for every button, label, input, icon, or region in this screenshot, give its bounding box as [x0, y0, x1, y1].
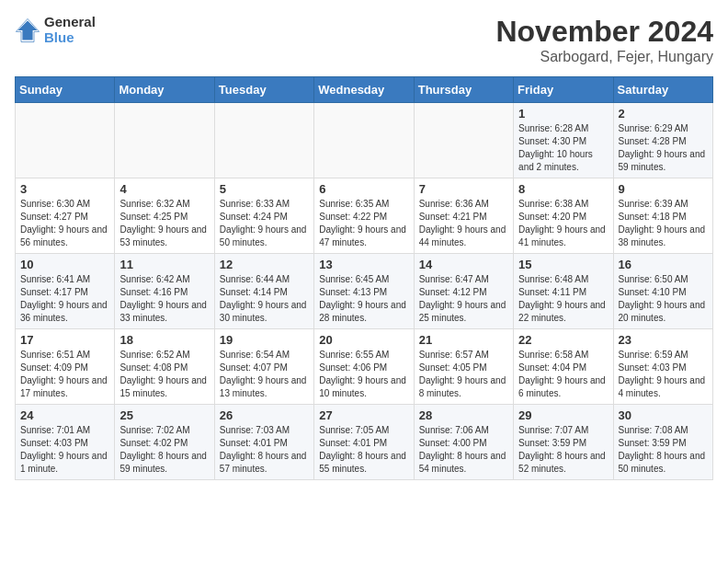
day-info: Sunrise: 6:58 AMSunset: 4:04 PMDaylight:…: [518, 349, 608, 400]
day-number: 24: [20, 408, 109, 422]
day-cell: 15Sunrise: 6:48 AMSunset: 4:11 PMDayligh…: [514, 254, 613, 329]
logo-icon: [15, 17, 40, 43]
day-number: 25: [119, 408, 209, 422]
day-info: Sunrise: 7:05 AMSunset: 4:01 PMDaylight:…: [319, 424, 408, 476]
day-info: Sunrise: 7:08 AMSunset: 3:59 PMDaylight:…: [619, 424, 708, 476]
day-info: Sunrise: 6:36 AMSunset: 4:21 PMDaylight:…: [419, 198, 508, 249]
location-title: Sarbogard, Fejer, Hungary: [495, 49, 713, 65]
day-cell: 10Sunrise: 6:41 AMSunset: 4:17 PMDayligh…: [16, 254, 115, 329]
day-cell: 24Sunrise: 7:01 AMSunset: 4:03 PMDayligh…: [16, 405, 115, 480]
day-number: 7: [419, 182, 508, 196]
day-info: Sunrise: 7:01 AMSunset: 4:03 PMDaylight:…: [20, 424, 109, 476]
day-cell: 21Sunrise: 6:57 AMSunset: 4:05 PMDayligh…: [414, 329, 513, 405]
day-number: 14: [419, 258, 508, 271]
day-cell: 23Sunrise: 6:59 AMSunset: 4:03 PMDayligh…: [613, 329, 712, 405]
week-row-5: 24Sunrise: 7:01 AMSunset: 4:03 PMDayligh…: [16, 405, 713, 480]
day-cell: [314, 103, 414, 178]
day-cell: 7Sunrise: 6:36 AMSunset: 4:21 PMDaylight…: [414, 178, 513, 254]
day-number: 6: [319, 182, 408, 196]
day-cell: 25Sunrise: 7:02 AMSunset: 4:02 PMDayligh…: [115, 405, 214, 480]
header-monday: Monday: [115, 77, 214, 103]
day-number: 20: [319, 333, 408, 347]
day-info: Sunrise: 7:06 AMSunset: 4:00 PMDaylight:…: [419, 424, 508, 476]
day-cell: 8Sunrise: 6:38 AMSunset: 4:20 PMDaylight…: [514, 178, 613, 254]
day-number: 10: [20, 258, 109, 271]
day-cell: 12Sunrise: 6:44 AMSunset: 4:14 PMDayligh…: [214, 254, 313, 329]
day-number: 16: [619, 258, 708, 271]
week-row-3: 10Sunrise: 6:41 AMSunset: 4:17 PMDayligh…: [16, 254, 713, 329]
day-info: Sunrise: 6:44 AMSunset: 4:14 PMDaylight:…: [220, 273, 309, 325]
day-cell: 5Sunrise: 6:33 AMSunset: 4:24 PMDaylight…: [214, 178, 313, 254]
day-cell: [414, 103, 513, 178]
day-info: Sunrise: 6:41 AMSunset: 4:17 PMDaylight:…: [20, 273, 109, 325]
day-number: 18: [119, 333, 209, 347]
day-number: 5: [220, 182, 309, 196]
header-row: SundayMondayTuesdayWednesdayThursdayFrid…: [16, 77, 713, 103]
day-number: 19: [220, 333, 309, 347]
day-info: Sunrise: 6:28 AMSunset: 4:30 PMDaylight:…: [518, 122, 608, 174]
page-header: General Blue November 2024 Sarbogard, Fe…: [15, 15, 713, 65]
day-info: Sunrise: 6:29 AMSunset: 4:28 PMDaylight:…: [619, 122, 708, 174]
day-cell: 17Sunrise: 6:51 AMSunset: 4:09 PMDayligh…: [16, 329, 115, 405]
day-info: Sunrise: 6:33 AMSunset: 4:24 PMDaylight:…: [220, 198, 309, 249]
day-info: Sunrise: 6:47 AMSunset: 4:12 PMDaylight:…: [419, 273, 508, 325]
day-info: Sunrise: 6:35 AMSunset: 4:22 PMDaylight:…: [319, 198, 408, 249]
day-number: 26: [220, 408, 309, 422]
day-cell: 14Sunrise: 6:47 AMSunset: 4:12 PMDayligh…: [414, 254, 513, 329]
day-cell: [115, 103, 214, 178]
week-row-1: 1Sunrise: 6:28 AMSunset: 4:30 PMDaylight…: [16, 103, 713, 178]
day-number: 21: [419, 333, 508, 347]
day-info: Sunrise: 6:57 AMSunset: 4:05 PMDaylight:…: [419, 349, 508, 400]
day-number: 15: [518, 258, 608, 271]
logo-blue: Blue: [44, 30, 96, 46]
day-cell: 19Sunrise: 6:54 AMSunset: 4:07 PMDayligh…: [214, 329, 313, 405]
day-cell: 22Sunrise: 6:58 AMSunset: 4:04 PMDayligh…: [514, 329, 613, 405]
day-info: Sunrise: 6:45 AMSunset: 4:13 PMDaylight:…: [319, 273, 408, 325]
day-cell: 4Sunrise: 6:32 AMSunset: 4:25 PMDaylight…: [115, 178, 214, 254]
day-cell: 1Sunrise: 6:28 AMSunset: 4:30 PMDaylight…: [514, 103, 613, 178]
day-cell: 26Sunrise: 7:03 AMSunset: 4:01 PMDayligh…: [214, 405, 313, 480]
day-number: 11: [119, 258, 209, 271]
day-info: Sunrise: 7:07 AMSunset: 3:59 PMDaylight:…: [518, 424, 608, 476]
logo-general: General: [44, 15, 96, 30]
day-cell: 20Sunrise: 6:55 AMSunset: 4:06 PMDayligh…: [314, 329, 414, 405]
day-number: 8: [518, 182, 608, 196]
day-number: 9: [619, 182, 708, 196]
day-info: Sunrise: 6:38 AMSunset: 4:20 PMDaylight:…: [518, 198, 608, 249]
day-info: Sunrise: 6:52 AMSunset: 4:08 PMDaylight:…: [119, 349, 209, 400]
day-info: Sunrise: 6:54 AMSunset: 4:07 PMDaylight:…: [220, 349, 309, 400]
day-cell: 27Sunrise: 7:05 AMSunset: 4:01 PMDayligh…: [314, 405, 414, 480]
header-wednesday: Wednesday: [314, 77, 414, 103]
day-info: Sunrise: 6:51 AMSunset: 4:09 PMDaylight:…: [20, 349, 109, 400]
day-number: 22: [518, 333, 608, 347]
month-title: November 2024: [495, 15, 713, 49]
day-cell: 2Sunrise: 6:29 AMSunset: 4:28 PMDaylight…: [613, 103, 712, 178]
day-cell: 18Sunrise: 6:52 AMSunset: 4:08 PMDayligh…: [115, 329, 214, 405]
logo-text: General Blue: [44, 15, 96, 45]
calendar-table: SundayMondayTuesdayWednesdayThursdayFrid…: [15, 76, 713, 480]
day-number: 13: [319, 258, 408, 271]
week-row-2: 3Sunrise: 6:30 AMSunset: 4:27 PMDaylight…: [16, 178, 713, 254]
day-number: 1: [518, 107, 608, 121]
day-info: Sunrise: 6:30 AMSunset: 4:27 PMDaylight:…: [20, 198, 109, 249]
day-number: 28: [419, 408, 508, 422]
day-cell: 9Sunrise: 6:39 AMSunset: 4:18 PMDaylight…: [613, 178, 712, 254]
day-number: 12: [220, 258, 309, 271]
logo: General Blue: [15, 15, 96, 45]
day-cell: 29Sunrise: 7:07 AMSunset: 3:59 PMDayligh…: [514, 405, 613, 480]
header-saturday: Saturday: [613, 77, 712, 103]
day-info: Sunrise: 6:42 AMSunset: 4:16 PMDaylight:…: [119, 273, 209, 325]
week-row-4: 17Sunrise: 6:51 AMSunset: 4:09 PMDayligh…: [16, 329, 713, 405]
day-cell: 11Sunrise: 6:42 AMSunset: 4:16 PMDayligh…: [115, 254, 214, 329]
day-number: 17: [20, 333, 109, 347]
day-info: Sunrise: 6:48 AMSunset: 4:11 PMDaylight:…: [518, 273, 608, 325]
day-cell: 3Sunrise: 6:30 AMSunset: 4:27 PMDaylight…: [16, 178, 115, 254]
title-area: November 2024 Sarbogard, Fejer, Hungary: [495, 15, 713, 65]
header-thursday: Thursday: [414, 77, 513, 103]
header-tuesday: Tuesday: [214, 77, 313, 103]
header-sunday: Sunday: [16, 77, 115, 103]
day-info: Sunrise: 6:39 AMSunset: 4:18 PMDaylight:…: [619, 198, 708, 249]
day-number: 23: [619, 333, 708, 347]
header-friday: Friday: [514, 77, 613, 103]
day-info: Sunrise: 6:32 AMSunset: 4:25 PMDaylight:…: [119, 198, 209, 249]
